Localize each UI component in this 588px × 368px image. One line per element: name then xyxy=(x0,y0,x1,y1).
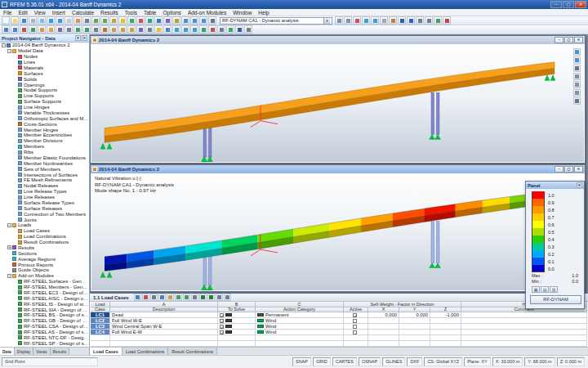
delete-row-icon[interactable] xyxy=(142,294,149,301)
isometric-view-icon[interactable] xyxy=(208,16,216,25)
help-icon[interactable] xyxy=(407,16,415,25)
results-toggle-icon[interactable] xyxy=(145,16,154,25)
table-empty-row[interactable] xyxy=(91,341,587,347)
undo-icon[interactable] xyxy=(47,16,55,25)
tree-toggle[interactable]: − xyxy=(7,223,11,227)
tree-item[interactable]: Guide Objects xyxy=(0,267,89,273)
print-icon[interactable] xyxy=(29,16,37,25)
edit-rotate-icon[interactable] xyxy=(181,25,189,34)
nodal-support-icon[interactable] xyxy=(74,25,82,34)
rf-dynam-button[interactable]: RF-DYNAM xyxy=(530,295,581,304)
units-icon[interactable] xyxy=(425,16,433,25)
view-y-icon[interactable] xyxy=(573,81,581,88)
zoom-all-icon[interactable] xyxy=(573,48,581,56)
block-icon[interactable] xyxy=(389,16,397,25)
copy-icon[interactable] xyxy=(38,16,46,25)
table-row[interactable]: LC3 Wind Central Span W-E ✓ Wind xyxy=(91,324,587,330)
insert-row-icon[interactable] xyxy=(134,294,141,301)
redo-icon[interactable] xyxy=(56,16,64,25)
nodal-load-icon[interactable] xyxy=(109,25,118,34)
status-toggle[interactable]: CARTES xyxy=(332,357,357,366)
new-model-icon[interactable] xyxy=(2,16,10,25)
tree-toggle[interactable]: − xyxy=(7,274,11,278)
work-plane-indicator[interactable]: Plane: XY xyxy=(464,357,490,366)
surface-load-icon[interactable] xyxy=(127,25,136,34)
panel-page-tab[interactable]: ▤ xyxy=(541,286,549,293)
show-tables-icon[interactable] xyxy=(100,16,109,25)
menu-item[interactable]: Calculate xyxy=(69,9,97,16)
menu-item[interactable]: File xyxy=(0,9,15,16)
zoom-in-icon[interactable] xyxy=(181,16,189,25)
new-line-icon[interactable] xyxy=(29,25,37,34)
tree-item[interactable]: Average Regions xyxy=(0,256,89,262)
member-hinge-icon[interactable] xyxy=(91,25,100,34)
tree-item[interactable]: RF-STEEL SP - Design of steel me... xyxy=(0,340,89,346)
close-icon[interactable]: ✕ xyxy=(82,35,87,41)
tree-item[interactable]: Line Releases xyxy=(0,195,89,200)
guide-line-icon[interactable] xyxy=(163,25,172,34)
check-data-icon[interactable] xyxy=(127,16,136,25)
visibility-icon[interactable] xyxy=(371,16,379,25)
chevron-down-icon[interactable]: ▼ xyxy=(323,18,330,24)
maximize-button[interactable]: ▢ xyxy=(563,1,574,8)
select-icon[interactable] xyxy=(2,25,10,34)
settings-icon[interactable] xyxy=(416,16,424,25)
active-checkbox[interactable] xyxy=(353,319,357,323)
tree-item[interactable]: Lines xyxy=(0,60,89,65)
menu-item[interactable]: Results xyxy=(97,9,122,16)
save-icon[interactable] xyxy=(20,16,28,25)
export-excel-icon[interactable] xyxy=(199,294,207,301)
tree-item[interactable]: Surface Releases xyxy=(0,205,89,211)
window-close-button[interactable]: ✕ xyxy=(574,166,583,173)
round-off-icon[interactable] xyxy=(217,25,225,34)
viewport-3d-solid[interactable] xyxy=(91,44,584,162)
tree-toggle[interactable]: − xyxy=(2,43,6,47)
menu-item[interactable]: Tools xyxy=(122,9,140,16)
tree-item[interactable]: Ribs xyxy=(0,150,89,155)
tree-item[interactable]: RF-STEEL AS - Design of steel me... xyxy=(0,330,89,335)
status-toggle[interactable]: GLINES xyxy=(382,357,405,366)
tree-item[interactable]: Connection of Two Members xyxy=(0,211,89,217)
cut-icon[interactable] xyxy=(150,294,158,301)
tree-item[interactable]: Cross-Sections xyxy=(0,121,89,127)
cross-section-icon[interactable] xyxy=(100,25,109,34)
table-row[interactable]: LC2 Full Wind W-E ✓ Wind xyxy=(91,318,587,324)
view-x-icon[interactable] xyxy=(573,73,581,80)
minimize-button[interactable]: ─ xyxy=(550,1,562,8)
status-toggle[interactable]: GRID xyxy=(313,357,331,366)
active-checkbox[interactable]: ✓ xyxy=(353,313,357,317)
load-case-selector[interactable]: RF-DYNAM CA1 - Dynamic analysis ▼ xyxy=(220,17,332,25)
tree-item[interactable]: RF-STEEL SIA - Design of steel me... xyxy=(0,307,89,312)
tree-item[interactable]: RF-STEEL GB - Design of steel me... xyxy=(0,318,89,324)
tree-item[interactable]: − Add-on Modules xyxy=(0,273,89,279)
window-close-button[interactable]: ✕ xyxy=(574,37,583,43)
menu-item[interactable]: Table xyxy=(140,9,160,16)
language-icon[interactable] xyxy=(434,16,442,25)
perspective-icon[interactable] xyxy=(573,97,581,105)
table-settings-icon[interactable] xyxy=(244,25,252,34)
table-empty-row[interactable] xyxy=(91,335,587,341)
tree-item[interactable]: Members xyxy=(0,144,89,150)
tree-item[interactable]: RF-STEEL IS - Design of steel mem... xyxy=(0,301,89,307)
new-surface-icon[interactable] xyxy=(47,25,55,34)
regenerate-icon[interactable] xyxy=(235,25,243,34)
filter-rows-icon[interactable] xyxy=(183,294,190,301)
tree-item[interactable]: Surfaces xyxy=(0,70,89,76)
tree-item[interactable]: RF-STEEL Surfaces - General stres... xyxy=(0,279,89,285)
to-solve-checkbox[interactable]: ✓ xyxy=(220,313,224,317)
tree-item[interactable]: Line Supports xyxy=(0,93,89,99)
to-solve-checkbox[interactable]: ✓ xyxy=(220,330,224,334)
new-window-icon[interactable] xyxy=(91,16,100,25)
new-solid-icon[interactable] xyxy=(56,25,64,34)
tree-item[interactable]: − Model Data xyxy=(0,48,89,54)
active-checkbox[interactable] xyxy=(353,325,357,329)
surface-values-icon[interactable] xyxy=(163,16,172,25)
tree-item[interactable]: Materials xyxy=(0,65,89,71)
member-load-icon[interactable] xyxy=(118,25,127,34)
tree-item[interactable]: Nodal Releases xyxy=(0,183,89,189)
model-window-titlebar[interactable]: 2014-04 Banff Dynamics 2 ─ ▢ ✕ xyxy=(91,165,585,173)
tree-item[interactable]: + Results xyxy=(0,245,89,251)
tree-item[interactable]: RF-STEEL BS - Design of steel mem... xyxy=(0,312,89,318)
tree-item[interactable]: Line Release Types xyxy=(0,189,89,195)
status-toggle[interactable]: DXF xyxy=(407,357,422,366)
